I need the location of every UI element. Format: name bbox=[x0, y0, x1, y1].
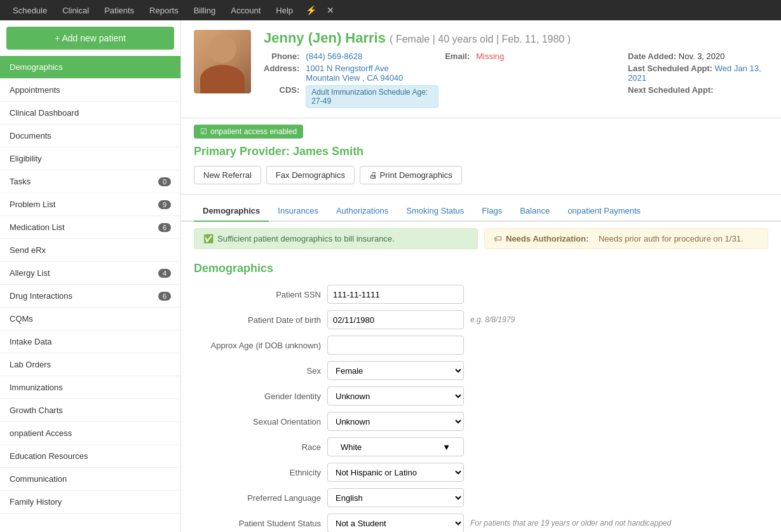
form-label-dob: Patient Date of birth bbox=[194, 315, 321, 325]
sidebar-item-communication[interactable]: Communication bbox=[0, 468, 180, 491]
sidebar-item-growth-charts[interactable]: Growth Charts bbox=[0, 399, 180, 422]
sidebar-item-label: CQMs bbox=[10, 314, 33, 324]
success-alert: ✅ Sufficient patient demographics to bil… bbox=[194, 228, 478, 249]
form-select-gender-identity[interactable]: UnknownMaleFemaleNon-binary bbox=[327, 386, 464, 406]
sidebar-item-documents[interactable]: Documents bbox=[0, 125, 180, 147]
sidebar-item-immunizations[interactable]: Immunizations bbox=[0, 376, 180, 399]
warning-text: Needs prior auth for procedure on 1/31. bbox=[599, 234, 744, 243]
sidebar-item-onpatient-access[interactable]: onpatient Access bbox=[0, 422, 180, 445]
date-added-label: Date Added: bbox=[628, 51, 676, 61]
sidebar-item-education-resources[interactable]: Education Resources bbox=[0, 445, 180, 468]
form-hint-dob: e.g. 8/8/1979 bbox=[470, 315, 515, 324]
print-icon: 🖨 bbox=[369, 170, 380, 180]
sidebar-item-label: Eligibility bbox=[10, 154, 42, 163]
tab-balance[interactable]: Balance bbox=[511, 201, 559, 222]
demographics-title: Demographics bbox=[194, 262, 768, 275]
form-select-sex[interactable]: FemaleMaleUnknown bbox=[327, 361, 464, 380]
primary-provider: Primary Provider: James Smith bbox=[194, 145, 768, 158]
patient-details: Phone: (844) 569-8628 Email: Missing Add… bbox=[264, 51, 609, 108]
form-label-approx-age: Approx Age (if DOB unknown) bbox=[194, 341, 321, 350]
sidebar-item-medication-list[interactable]: Medication List6 bbox=[0, 216, 180, 239]
check-icon: ☑ bbox=[200, 127, 207, 136]
phone-label: Phone: bbox=[264, 51, 299, 61]
sidebar-item-drug-interactions[interactable]: Drug Interactions6 bbox=[0, 285, 180, 308]
sidebar-item-eligibility[interactable]: Eligibility bbox=[0, 147, 180, 170]
demographics-section: Demographics Patient SSNPatient Date of … bbox=[181, 256, 781, 532]
sidebar-item-label: Allergy List bbox=[10, 268, 50, 278]
sidebar-item-label: Problem List bbox=[10, 200, 55, 209]
patient-phone[interactable]: (844) 569-8628 bbox=[306, 51, 438, 61]
patient-cds: Adult Immunization Schedule Age: 27-49 bbox=[306, 85, 438, 108]
tabs-bar: DemographicsInsurancesAuthorizationsSmok… bbox=[181, 194, 781, 222]
tab-smoking-status[interactable]: Smoking Status bbox=[397, 201, 473, 222]
sidebar-item-label: Clinical Dashboard bbox=[10, 108, 79, 118]
form-select-ethnicity[interactable]: Not Hispanic or LatinoHispanic or Latino… bbox=[327, 463, 464, 482]
form-select-student-status[interactable]: Not a StudentFull-time StudentPart-time … bbox=[327, 514, 464, 532]
form-row-sex: SexFemaleMaleUnknown bbox=[194, 361, 768, 380]
top-navigation: Schedule Clinical Patients Reports Billi… bbox=[0, 0, 781, 20]
tab-insurances[interactable]: Insurances bbox=[269, 201, 327, 222]
alerts-bar: ✅ Sufficient patient demographics to bil… bbox=[181, 222, 781, 256]
form-input-ssn[interactable] bbox=[327, 285, 464, 304]
sidebar-item-family-history[interactable]: Family History bbox=[0, 491, 180, 514]
print-demographics-button[interactable]: 🖨 Print Demographics bbox=[360, 166, 462, 184]
tab-onpatient-payments[interactable]: onpatient Payments bbox=[559, 201, 649, 222]
form-row-sexual-orientation: Sexual OrientationUnknownStraightGay or … bbox=[194, 412, 768, 431]
address-label: Address: bbox=[264, 64, 299, 83]
onpatient-badge: ☑ onpatient access enabled bbox=[194, 125, 303, 139]
cds-label: CDS: bbox=[264, 85, 299, 108]
sidebar-item-label: Lab Orders bbox=[10, 360, 51, 369]
patient-header: Jenny (Jen) Harris ( Female | 40 years o… bbox=[181, 20, 781, 118]
sidebar-item-label: Education Resources bbox=[10, 451, 88, 461]
success-icon: ✅ bbox=[203, 234, 214, 243]
patient-address-link[interactable]: 1001 N Rengstorff Ave bbox=[306, 64, 388, 73]
email-label: Email: bbox=[445, 51, 470, 61]
sidebar-item-label: Family History bbox=[10, 497, 62, 507]
form-select-sexual-orientation[interactable]: UnknownStraightGay or LesbianBisexual bbox=[327, 412, 464, 431]
action-buttons: New Referral Fax Demographics 🖨 Print De… bbox=[194, 166, 768, 184]
sidebar-item-label: Communication bbox=[10, 474, 67, 484]
form-race-button[interactable]: White ▼ bbox=[327, 437, 464, 456]
nav-patients[interactable]: Patients bbox=[98, 2, 140, 19]
form-label-race: Race bbox=[194, 442, 321, 452]
sidebar-item-clinical-dashboard[interactable]: Clinical Dashboard bbox=[0, 102, 180, 125]
main-content: Jenny (Jen) Harris ( Female | 40 years o… bbox=[181, 20, 781, 532]
sidebar-item-tasks[interactable]: Tasks0 bbox=[0, 170, 180, 193]
form-row-dob: Patient Date of birthe.g. 8/8/1979 bbox=[194, 310, 768, 329]
sidebar-item-lab-orders[interactable]: Lab Orders bbox=[0, 353, 180, 376]
cds-badge[interactable]: Adult Immunization Schedule Age: 27-49 bbox=[306, 85, 438, 108]
last-appt-label: Last Scheduled Appt: bbox=[628, 64, 712, 73]
sidebar-item-send-erx[interactable]: Send eRx bbox=[0, 239, 180, 262]
sidebar-item-intake-data[interactable]: Intake Data bbox=[0, 331, 180, 353]
form-row-ethnicity: EthnicityNot Hispanic or LatinoHispanic … bbox=[194, 463, 768, 482]
new-referral-button[interactable]: New Referral bbox=[194, 166, 261, 184]
sidebar-item-demographics[interactable]: Demographics bbox=[0, 56, 180, 79]
tab-flags[interactable]: Flags bbox=[473, 201, 511, 222]
nav-help[interactable]: Help bbox=[269, 2, 299, 19]
sidebar-badge: 0 bbox=[158, 177, 171, 186]
sidebar-item-label: Growth Charts bbox=[10, 406, 63, 415]
tab-demographics[interactable]: Demographics bbox=[194, 201, 269, 222]
sidebar-item-label: Appointments bbox=[10, 85, 60, 95]
patient-city-link[interactable]: Mountain View , CA 94040 bbox=[306, 73, 403, 83]
form-select-preferred-language[interactable]: EnglishSpanishOther bbox=[327, 488, 464, 507]
add-patient-button[interactable]: + Add new patient bbox=[6, 27, 174, 50]
nav-schedule[interactable]: Schedule bbox=[6, 2, 53, 19]
form-input-dob[interactable] bbox=[327, 310, 464, 329]
nav-billing[interactable]: Billing bbox=[187, 2, 222, 19]
form-label-gender-identity: Gender Identity bbox=[194, 392, 321, 401]
form-input-approx-age[interactable] bbox=[327, 336, 464, 355]
nav-clinical[interactable]: Clinical bbox=[56, 2, 95, 19]
close-icon[interactable]: ✕ bbox=[323, 1, 338, 19]
nav-reports[interactable]: Reports bbox=[143, 2, 185, 19]
sidebar-item-cqms[interactable]: CQMs bbox=[0, 308, 180, 331]
sidebar-item-appointments[interactable]: Appointments bbox=[0, 79, 180, 102]
nav-account[interactable]: Account bbox=[224, 2, 267, 19]
sidebar-item-label: Send eRx bbox=[10, 245, 46, 255]
sidebar-item-problem-list[interactable]: Problem List9 bbox=[0, 193, 180, 216]
form-hint-student-status: For patients that are 19 years or older … bbox=[470, 519, 671, 528]
tab-authorizations[interactable]: Authorizations bbox=[327, 201, 397, 222]
sidebar-item-allergy-list[interactable]: Allergy List4 bbox=[0, 262, 180, 285]
form-label-student-status: Patient Student Status bbox=[194, 519, 321, 528]
fax-demographics-button[interactable]: Fax Demographics bbox=[266, 166, 355, 184]
